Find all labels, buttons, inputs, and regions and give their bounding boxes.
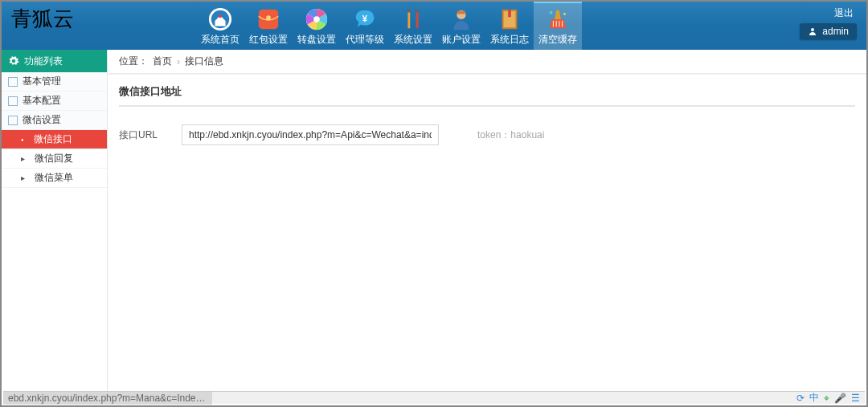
gear-icon <box>8 55 19 67</box>
yen-icon: ¥ <box>353 7 377 31</box>
svg-point-4 <box>266 15 271 20</box>
user-name: admin <box>822 26 849 37</box>
top-right: 退出 admin <box>800 6 857 39</box>
logout-link[interactable]: 退出 <box>834 6 854 20</box>
sidebar-title: 功能列表 <box>24 55 63 68</box>
status-icon-menu[interactable]: ☰ <box>851 393 860 404</box>
sidebar-item-wechat-api[interactable]: 微信接口 <box>2 130 107 149</box>
tools-icon <box>401 7 425 31</box>
nav-wheel[interactable]: 转盘设置 <box>293 2 341 50</box>
avatar-icon <box>808 26 817 36</box>
url-row: 接口URL token：haokuai <box>119 124 855 145</box>
status-icon-target[interactable]: ⌖ <box>824 393 829 404</box>
svg-rect-8 <box>407 10 410 29</box>
panel: 微信接口地址 接口URL token：haokuai <box>108 74 866 391</box>
svg-rect-10 <box>416 10 419 29</box>
status-icon-mic[interactable]: 🎤 <box>834 393 846 404</box>
svg-rect-13 <box>457 11 465 14</box>
sidebar: 功能列表 基本管理 基本配置 微信设置 微信接口 微信回复 微信菜单 <box>2 50 108 391</box>
book-icon <box>497 7 522 31</box>
nav-agent[interactable]: ¥ 代理等级 <box>341 2 389 50</box>
group-icon <box>8 116 18 125</box>
sidebar-item-wechat-menu[interactable]: 微信菜单 <box>2 169 107 188</box>
sidebar-item-basic-manage[interactable]: 基本管理 <box>2 72 107 92</box>
wheel-icon <box>305 7 329 31</box>
sidebar-item-wechat-reply[interactable]: 微信回复 <box>2 149 107 169</box>
token-text: token：haokuai <box>477 128 544 142</box>
svg-point-17 <box>550 11 553 14</box>
svg-text:¥: ¥ <box>362 14 368 23</box>
home-icon <box>208 7 232 31</box>
nav-logs[interactable]: 系统日志 <box>485 2 534 50</box>
group-icon <box>8 96 18 106</box>
status-icon-refresh[interactable]: ⟳ <box>796 393 805 404</box>
sidebar-header: 功能列表 <box>2 50 107 72</box>
crumb-sep: › <box>177 56 180 67</box>
nav-cache[interactable]: 清空缓存 <box>534 2 582 50</box>
url-input[interactable] <box>182 124 439 145</box>
breadcrumb: 位置： 首页 › 接口信息 <box>108 50 866 74</box>
redpack-icon <box>256 7 280 31</box>
crumb-home[interactable]: 首页 <box>153 55 172 68</box>
sidebar-item-wechat-settings[interactable]: 微信设置 <box>2 111 107 130</box>
svg-point-6 <box>313 16 320 22</box>
nav-home[interactable]: 系统首页 <box>196 2 244 50</box>
main: 位置： 首页 › 接口信息 微信接口地址 接口URL token：haokuai <box>108 50 866 391</box>
svg-rect-9 <box>407 9 412 13</box>
svg-point-2 <box>219 14 222 18</box>
svg-rect-11 <box>415 9 420 13</box>
svg-rect-16 <box>508 10 511 17</box>
logo: 青狐云 <box>2 2 84 36</box>
crumb-current: 接口信息 <box>185 55 223 68</box>
statusbar: ebd.xnkjn.cyou/index.php?m=Mana&c=Index&… <box>3 391 865 404</box>
nav-account[interactable]: 账户设置 <box>437 2 485 50</box>
nav-system[interactable]: 系统设置 <box>389 2 437 50</box>
sidebar-item-basic-config[interactable]: 基本配置 <box>2 92 107 111</box>
status-url: ebd.xnkjn.cyou/index.php?m=Mana&c=Index&… <box>3 392 212 405</box>
topbar: 青狐云 系统首页 红包设置 转盘设置 ¥ 代理等级 系统设置 账户设置 系统日志 <box>2 2 866 50</box>
svg-point-19 <box>811 28 814 31</box>
status-icon-lang[interactable]: 中 <box>809 391 819 405</box>
topnav: 系统首页 红包设置 转盘设置 ¥ 代理等级 系统设置 账户设置 系统日志 清空缓 <box>196 2 582 50</box>
panel-title: 微信接口地址 <box>119 75 855 107</box>
crumb-prefix: 位置： <box>119 55 148 68</box>
user-icon <box>449 7 473 31</box>
svg-point-18 <box>563 13 566 15</box>
url-label: 接口URL <box>119 128 167 142</box>
status-icons: ⟳ 中 ⌖ 🎤 ☰ <box>796 391 865 405</box>
broom-icon <box>546 7 570 31</box>
nav-redpack[interactable]: 红包设置 <box>244 2 293 50</box>
user-badge[interactable]: admin <box>800 23 857 39</box>
group-icon <box>8 77 18 87</box>
